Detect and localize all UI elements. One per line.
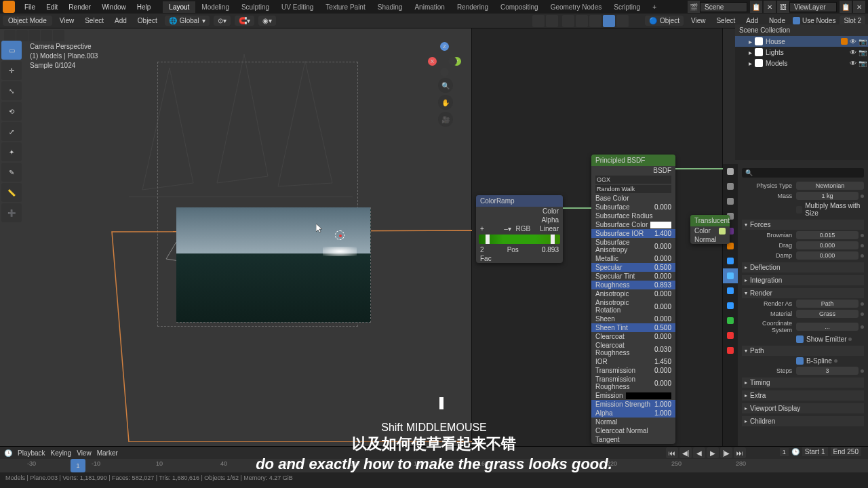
bsdf-socket-metallic[interactable]: Metallic0.000 bbox=[591, 254, 675, 263]
pan-gizmo-icon[interactable]: ✋ bbox=[438, 95, 453, 110]
jump-start-button[interactable]: ⏮ bbox=[666, 447, 678, 458]
node-colorramp[interactable]: ColorRamp Color Alpha +–▾RGBLinear 2Pos0… bbox=[476, 195, 563, 263]
use-nodes-checkbox[interactable]: Use Nodes bbox=[793, 17, 835, 24]
workspace-anim[interactable]: Animation bbox=[408, 1, 450, 13]
tab-render[interactable] bbox=[723, 164, 738, 179]
viewlayer-icon[interactable]: 🖼 bbox=[777, 1, 789, 13]
socket-fac[interactable]: Fac bbox=[480, 255, 492, 262]
add-tool[interactable]: ➕ bbox=[1, 203, 22, 222]
new-viewlayer-button[interactable]: 📋 bbox=[840, 1, 852, 13]
workspace-geo[interactable]: Geometry Nodes bbox=[545, 1, 608, 13]
tab-viewlayer[interactable] bbox=[723, 194, 738, 209]
coord-system-dropdown[interactable]: ... bbox=[796, 323, 859, 331]
outliner-item-house[interactable]: ▸House👁📷 bbox=[735, 36, 868, 47]
workspace-texpaint[interactable]: Texture Paint bbox=[319, 1, 371, 13]
ext-icon[interactable] bbox=[28, 30, 40, 41]
properties-search[interactable]: 🔍 bbox=[742, 168, 864, 178]
orbit-gizmo[interactable]: Z Y X bbox=[427, 42, 460, 76]
play-rev-button[interactable]: ◀ bbox=[693, 447, 705, 458]
bsdf-socket-subsurface-color[interactable]: Subsurface Color bbox=[591, 220, 675, 229]
multiply-mass-checkbox[interactable] bbox=[796, 206, 802, 214]
bsdf-socket-normal[interactable]: Normal bbox=[591, 418, 675, 426]
bsdf-socket-subsurface-radius[interactable]: Subsurface Radius bbox=[591, 211, 675, 220]
mode-selector[interactable]: Object Mode bbox=[3, 16, 52, 26]
socket-color[interactable]: Color bbox=[542, 207, 559, 215]
bsdf-socket-sheen[interactable]: Sheen0.000 bbox=[591, 314, 675, 323]
bsdf-socket-clearcoat-roughness[interactable]: Clearcoat Roughness0.030 bbox=[591, 341, 675, 357]
rotate-tool[interactable]: ⟲ bbox=[1, 102, 22, 121]
tab-physics[interactable] bbox=[723, 283, 738, 298]
bsdf-socket-transmission-roughness[interactable]: Transmission Roughness0.000 bbox=[591, 375, 675, 391]
show-emitter-checkbox[interactable] bbox=[796, 336, 804, 343]
color-ramp-gradient[interactable] bbox=[479, 235, 560, 244]
next-key-button[interactable]: |▶ bbox=[720, 447, 732, 458]
bsdf-socket-subsurface-ior[interactable]: Subsurface IOR1.400 bbox=[591, 229, 675, 238]
outliner-item-lights[interactable]: ▸Lights👁📷 bbox=[735, 47, 868, 58]
wireframe-icon[interactable] bbox=[562, 15, 574, 27]
zoom-gizmo-icon[interactable]: 🔍 bbox=[438, 78, 453, 93]
menu-help[interactable]: Help bbox=[132, 1, 157, 13]
play-button[interactable]: ▶ bbox=[707, 447, 719, 458]
workspace-comp[interactable]: Compositing bbox=[494, 1, 545, 13]
timing-panel[interactable]: ▸Timing bbox=[742, 378, 864, 388]
bsdf-socket-anisotropic[interactable]: Anisotropic0.000 bbox=[591, 289, 675, 298]
workspace-script[interactable]: Scripting bbox=[608, 1, 646, 13]
extra-panel[interactable]: ▸Extra bbox=[742, 390, 864, 401]
workspace-add[interactable]: + bbox=[646, 1, 663, 13]
render-as-dropdown[interactable]: Path bbox=[796, 300, 859, 308]
tab-output[interactable] bbox=[723, 179, 738, 194]
bspline-checkbox[interactable] bbox=[796, 357, 804, 365]
solid-icon[interactable] bbox=[576, 15, 588, 27]
tab-modifier[interactable] bbox=[723, 253, 738, 268]
render-material-dropdown[interactable]: Grass bbox=[796, 310, 859, 318]
socket-normal[interactable]: Normal bbox=[694, 236, 716, 243]
header-object[interactable]: Object bbox=[134, 16, 161, 26]
brownian-field[interactable]: 0.015 bbox=[796, 231, 859, 239]
children-panel[interactable]: ▸Children bbox=[742, 416, 864, 426]
jump-end-button[interactable]: ⏭ bbox=[734, 447, 746, 458]
steps-field[interactable]: 3 bbox=[796, 367, 859, 375]
bsdf-socket-ior[interactable]: IOR1.450 bbox=[591, 357, 675, 366]
deflection-panel[interactable]: ▸Deflection bbox=[742, 262, 864, 272]
node-header[interactable]: Translucent bbox=[690, 215, 730, 226]
workspace-rendering[interactable]: Rendering bbox=[451, 1, 494, 13]
measure-tool[interactable]: 📏 bbox=[1, 183, 22, 202]
physics-type-dropdown[interactable]: Newtonian bbox=[796, 182, 864, 190]
socket-color[interactable]: Color bbox=[694, 227, 711, 235]
snap-toggle[interactable]: 🧲▾ bbox=[235, 16, 254, 26]
camera-gizmo-icon[interactable]: 🎥 bbox=[438, 112, 453, 127]
delete-scene-button[interactable]: ✕ bbox=[764, 1, 776, 13]
gizmo-icon[interactable] bbox=[532, 15, 545, 27]
workspace-uv[interactable]: UV Editing bbox=[275, 1, 319, 13]
playhead[interactable]: 1 bbox=[71, 459, 85, 472]
outliner-item-models[interactable]: ▸Models👁📷 bbox=[735, 58, 868, 68]
scene-name-field[interactable]: Scene bbox=[700, 2, 747, 12]
delete-viewlayer-button[interactable]: ✕ bbox=[853, 1, 865, 13]
transform-tool[interactable]: ✦ bbox=[1, 142, 22, 161]
axis-z-icon[interactable]: Z bbox=[440, 42, 449, 51]
tab-data[interactable] bbox=[723, 313, 738, 328]
bsdf-socket-specular[interactable]: Specular0.500 bbox=[591, 263, 675, 272]
overlay-icon[interactable] bbox=[546, 15, 558, 27]
bsdf-socket-transmission[interactable]: Transmission0.000 bbox=[591, 366, 675, 375]
bsdf-socket-clearcoat-normal[interactable]: Clearcoat Normal bbox=[591, 426, 675, 435]
bsdf-socket-roughness[interactable]: Roughness0.893 bbox=[591, 281, 675, 289]
prev-key-button[interactable]: ◀| bbox=[679, 447, 692, 458]
menu-render[interactable]: Render bbox=[63, 1, 96, 13]
viewlayer-field[interactable]: ViewLayer bbox=[789, 2, 837, 12]
bsdf-sss-dropdown[interactable]: Random Walk bbox=[595, 185, 671, 193]
annotate-tool[interactable]: ✎ bbox=[1, 163, 22, 182]
menu-file[interactable]: File bbox=[19, 1, 41, 13]
bsdf-socket-alpha[interactable]: Alpha1.000 bbox=[591, 409, 675, 418]
bsdf-socket-sheen-tint[interactable]: Sheen Tint0.500 bbox=[591, 323, 675, 332]
tab-particles[interactable] bbox=[723, 268, 738, 283]
tab-material[interactable] bbox=[723, 328, 738, 343]
rendered-icon[interactable] bbox=[603, 15, 615, 27]
bsdf-socket-base-color[interactable]: Base Color bbox=[591, 194, 675, 203]
timeline-view[interactable]: View bbox=[77, 449, 92, 457]
pivot-dropdown[interactable]: ⊙▾ bbox=[214, 16, 231, 26]
header-add[interactable]: Add bbox=[111, 16, 130, 26]
outliner[interactable]: Scene Collection ▸House👁📷 ▸Lights👁📷 ▸Mod… bbox=[735, 24, 868, 160]
header-select[interactable]: Select bbox=[81, 16, 107, 26]
workspace-modeling[interactable]: Modeling bbox=[195, 1, 235, 13]
